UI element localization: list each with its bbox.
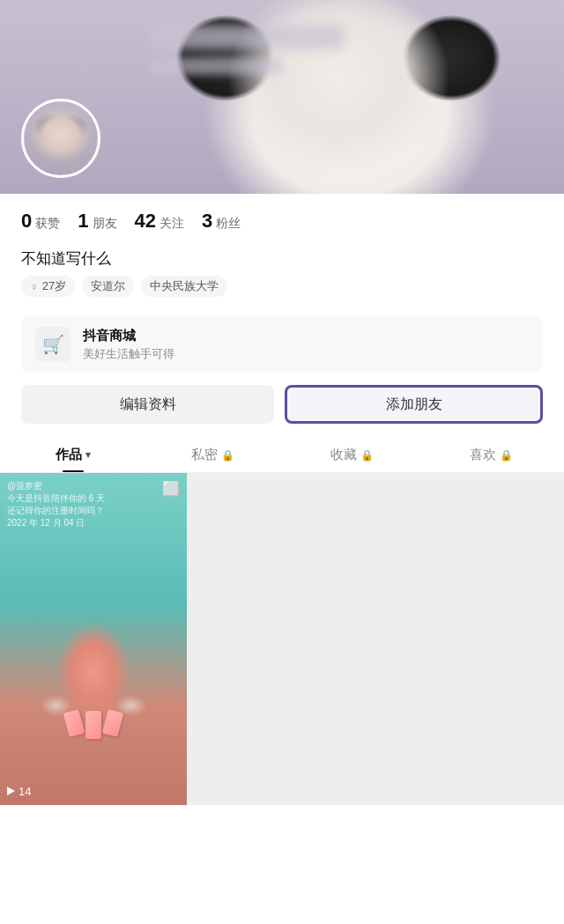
likes-label: 获赞 <box>35 216 60 232</box>
stat-following[interactable]: 42 关注 <box>135 210 184 233</box>
tab-works-label: 作品 <box>56 447 82 463</box>
content-tabs: 作品 ▾ 私密 🔒 收藏 🔒 喜欢 🔒 <box>0 436 564 473</box>
action-buttons: 编辑资料 添加朋友 <box>21 385 543 424</box>
dropdown-icon: ▾ <box>85 449 91 461</box>
tab-favorites[interactable]: 收藏 🔒 <box>282 436 421 472</box>
tab-likes-label: 喜欢 <box>470 447 496 463</box>
stat-likes[interactable]: 0 获赞 <box>21 210 60 233</box>
tab-likes[interactable]: 喜欢 🔒 <box>421 436 560 472</box>
tab-favorites-label: 收藏 <box>330 447 357 463</box>
video-text-line3: 2022 年 12 月 04 日 <box>7 517 105 529</box>
friends-count: 1 <box>78 210 88 233</box>
cover-image <box>0 0 564 194</box>
school-label: 中央民族大学 <box>150 278 219 294</box>
username-blur2 <box>150 57 282 75</box>
tab-private-label: 私密 <box>191 447 218 463</box>
followers-label: 粉丝 <box>216 216 241 232</box>
shop-name: 抖音商城 <box>83 328 174 344</box>
stat-followers[interactable]: 3 粉丝 <box>202 210 241 233</box>
shop-info: 抖音商城 美好生活触手可得 <box>83 328 174 362</box>
domino-2 <box>85 711 101 739</box>
avatar-image <box>24 101 98 175</box>
likes-count: 0 <box>21 210 32 233</box>
following-label: 关注 <box>160 216 184 232</box>
tab-works[interactable]: 作品 ▾ <box>4 436 143 472</box>
video-overlay: @菠萝蜜 今天是抖音陪伴你的 6 天 还记得你的注册时间吗？ 2022 年 12… <box>7 480 105 529</box>
shop-icon: 🛒 <box>35 327 70 362</box>
video-text-line1: 今天是抖音陪伴你的 6 天 <box>7 492 105 505</box>
domino-3 <box>102 709 124 737</box>
stats-bar: 0 获赞 1 朋友 42 关注 3 粉丝 <box>0 194 564 243</box>
bio-section: 不知道写什么 ♀ 27岁 安道尔 中央民族大学 <box>0 243 564 306</box>
stat-friends[interactable]: 1 朋友 <box>78 210 116 233</box>
edit-profile-button[interactable]: 编辑资料 <box>21 385 274 424</box>
tag-location: 安道尔 <box>82 276 134 297</box>
video-decoration <box>66 711 121 739</box>
tag-school: 中央民族大学 <box>141 276 227 297</box>
username-blur <box>150 25 344 49</box>
lock-icon-favorites: 🔒 <box>360 449 374 462</box>
lock-icon-private: 🔒 <box>221 449 234 462</box>
tag-age: ♀ 27岁 <box>21 276 75 297</box>
tags-row: ♀ 27岁 安道尔 中央民族大学 <box>21 276 543 297</box>
play-count-area: 14 <box>7 785 31 798</box>
video-thumbnail-1[interactable]: @菠萝蜜 今天是抖音陪伴你的 6 天 还记得你的注册时间吗？ 2022 年 12… <box>0 473 187 805</box>
shop-banner[interactable]: 🛒 抖音商城 美好生活触手可得 <box>21 316 543 373</box>
lock-icon-likes: 🔒 <box>500 449 513 462</box>
bio-text: 不知道写什么 <box>21 248 543 269</box>
shop-subtitle: 美好生活触手可得 <box>83 346 174 362</box>
add-friend-button[interactable]: 添加朋友 <box>285 385 543 424</box>
age-label: 27岁 <box>42 278 66 294</box>
play-count: 14 <box>19 785 31 798</box>
domino-1 <box>63 709 85 737</box>
play-icon <box>7 787 15 795</box>
content-grid: @菠萝蜜 今天是抖音陪伴你的 6 天 还记得你的注册时间吗？ 2022 年 12… <box>0 473 564 805</box>
tab-private[interactable]: 私密 🔒 <box>143 436 282 472</box>
gender-icon: ♀ <box>30 280 39 293</box>
bookmark-icon: ⬜ <box>162 480 180 497</box>
avatar[interactable] <box>21 99 100 178</box>
video-text-line2: 还记得你的注册时间吗？ <box>7 505 105 517</box>
friends-label: 朋友 <box>93 216 117 232</box>
video-user-tag: @菠萝蜜 <box>7 480 105 492</box>
followers-count: 3 <box>202 210 212 233</box>
following-count: 42 <box>135 210 156 233</box>
location-label: 安道尔 <box>91 278 125 294</box>
